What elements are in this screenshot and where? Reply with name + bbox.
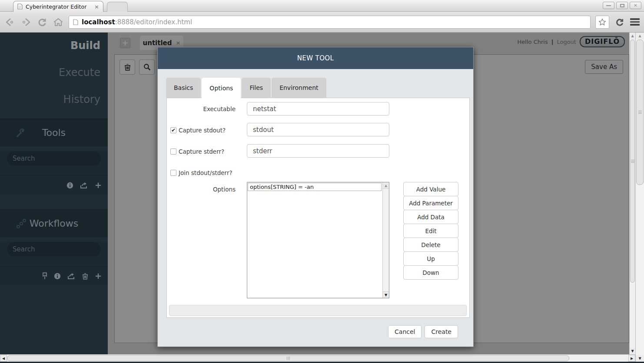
window-maximize-button[interactable] xyxy=(616,2,628,9)
window-controls: ✕ xyxy=(603,2,641,9)
thumb-grip xyxy=(288,356,289,360)
thumb-grip xyxy=(631,161,634,162)
browser-tab[interactable]: Cyberintegrator Editor × xyxy=(13,1,103,12)
dialog-title: NEW TOOL xyxy=(158,47,473,69)
browser-titlebar: Cyberintegrator Editor × ✕ xyxy=(0,0,644,12)
scroll-up-icon[interactable]: ▲ xyxy=(636,33,644,39)
back-button[interactable] xyxy=(4,17,16,27)
browser-tab-close-icon[interactable]: × xyxy=(94,3,99,10)
scroll-down-icon[interactable]: ▼ xyxy=(636,355,644,362)
capture-stderr-checkbox[interactable] xyxy=(170,148,176,155)
url-host: localhost xyxy=(82,18,115,26)
scroll-right-icon[interactable]: ▶ xyxy=(628,355,635,362)
window-minimize-button[interactable] xyxy=(603,2,614,9)
new-tool-dialog: NEW TOOL Basics Options Files Environmen… xyxy=(157,47,474,347)
home-icon xyxy=(53,17,63,27)
reload-icon xyxy=(37,17,47,27)
window-close-button[interactable]: ✕ xyxy=(630,2,641,9)
executable-label: Executable xyxy=(167,106,236,112)
url-page-icon xyxy=(73,19,78,25)
browser-scrollbar-thumb[interactable] xyxy=(636,40,644,185)
edit-button[interactable]: Edit xyxy=(403,224,458,238)
favicon-page-icon xyxy=(17,3,23,10)
stdout-input[interactable] xyxy=(247,123,389,136)
url-text: localhost:8888/editor/index.html xyxy=(82,18,192,26)
delete-button[interactable]: Delete xyxy=(403,238,458,252)
tab-basics[interactable]: Basics xyxy=(166,78,201,98)
down-button[interactable]: Down xyxy=(403,265,458,280)
tab-files[interactable]: Files xyxy=(242,78,271,98)
up-button[interactable]: Up xyxy=(403,251,458,266)
forward-icon xyxy=(21,17,31,27)
tab-options[interactable]: Options xyxy=(202,78,241,99)
capture-stderr-label: Capture stderr? xyxy=(179,148,224,155)
page-scrollbar-thumb[interactable] xyxy=(630,40,635,283)
bookmark-button[interactable] xyxy=(595,16,609,29)
tab-environment[interactable]: Environment xyxy=(272,78,326,98)
option-list-item[interactable]: options[STRING] = -an xyxy=(248,183,382,191)
progress-bar xyxy=(169,305,467,316)
page-vertical-scrollbar[interactable]: ▲ ▼ xyxy=(629,33,635,354)
browser-vertical-scrollbar[interactable]: ▲ ▼ xyxy=(635,33,644,362)
join-streams-checkbox[interactable] xyxy=(170,170,176,176)
maximize-icon xyxy=(620,4,624,7)
browser-toolbar: localhost:8888/editor/index.html xyxy=(0,12,644,33)
menu-button[interactable] xyxy=(630,18,640,26)
reload-button[interactable] xyxy=(37,17,48,27)
thumb-grip xyxy=(638,112,642,112)
star-icon xyxy=(598,18,606,26)
add-value-button[interactable]: Add Value xyxy=(403,182,458,196)
option-actions: Add Value Add Parameter Add Data Edit De… xyxy=(403,182,458,280)
capture-stdout-checkbox[interactable]: ✔ xyxy=(170,127,176,133)
create-button[interactable]: Create xyxy=(425,325,458,338)
options-label: Options xyxy=(167,186,236,193)
join-streams-label: Join stdout/stderr? xyxy=(179,169,232,176)
scroll-down-icon[interactable]: ▼ xyxy=(630,348,635,354)
add-data-button[interactable]: Add Data xyxy=(403,210,458,224)
browser-tab-title: Cyberintegrator Editor xyxy=(26,3,91,10)
scroll-up-icon[interactable]: ▲ xyxy=(630,33,635,39)
scroll-left-icon[interactable]: ◀ xyxy=(0,355,7,362)
url-path: :8888/editor/index.html xyxy=(115,18,192,26)
add-parameter-button[interactable]: Add Parameter xyxy=(403,196,458,210)
cancel-button[interactable]: Cancel xyxy=(388,325,422,338)
url-bar[interactable]: localhost:8888/editor/index.html xyxy=(69,16,591,29)
dialog-footer: Cancel Create xyxy=(388,325,458,338)
horizontal-scrollbar-thumb[interactable] xyxy=(7,355,569,361)
horizontal-scrollbar[interactable]: ◀ ▶ xyxy=(0,354,635,362)
scroll-down-icon[interactable]: ▼ xyxy=(383,291,389,298)
new-tab-button[interactable] xyxy=(107,2,128,12)
executable-input[interactable] xyxy=(247,102,389,116)
forward-button[interactable] xyxy=(20,17,32,27)
refresh-button[interactable] xyxy=(614,17,625,27)
dialog-tabs: Basics Options Files Environment xyxy=(166,78,327,99)
refresh-icon xyxy=(615,17,624,27)
minimize-icon xyxy=(606,5,611,6)
options-listbox[interactable]: options[STRING] = -an ▲ ▼ xyxy=(247,182,389,298)
listbox-scrollbar[interactable]: ▲ ▼ xyxy=(382,182,389,298)
options-tab-panel: Executable ✔ Capture stdout? Capture std… xyxy=(166,98,470,318)
home-button[interactable] xyxy=(53,17,64,27)
hamburger-icon xyxy=(630,18,640,20)
scroll-up-icon[interactable]: ▲ xyxy=(383,182,389,189)
back-icon xyxy=(5,17,15,27)
capture-stdout-label: Capture stdout? xyxy=(179,127,226,134)
close-icon: ✕ xyxy=(634,3,637,8)
stderr-input[interactable] xyxy=(247,144,389,158)
